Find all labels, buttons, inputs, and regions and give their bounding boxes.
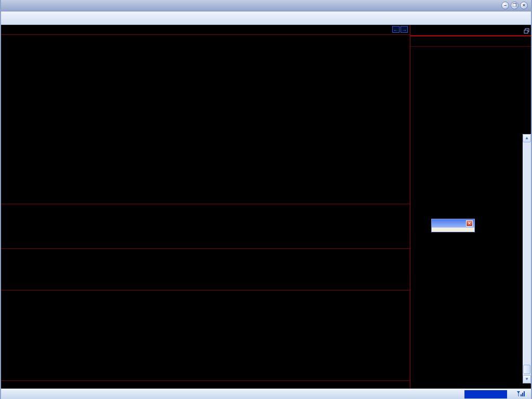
quote-panel: ▲ ▼ [410, 25, 531, 389]
signal-strength-icon [515, 390, 525, 398]
next-chart-arrow-icon[interactable]: → [401, 26, 408, 33]
rsi-chart[interactable] [1, 290, 410, 380]
tick-scrollbar[interactable]: ▲ ▼ [523, 134, 531, 383]
alert-badge[interactable] [464, 390, 507, 398]
main-chart-panel[interactable] [1, 34, 410, 204]
tick-list [410, 47, 531, 389]
macd-panel[interactable] [1, 204, 410, 248]
tick-list-header [410, 36, 531, 47]
prev-chart-arrow-icon[interactable]: ← [392, 26, 400, 33]
restore-button[interactable]: ❐ [511, 2, 518, 9]
app-icon[interactable] [3, 2, 11, 10]
scroll-down-icon[interactable]: ▼ [523, 375, 531, 383]
palette-tool-grid [432, 228, 474, 232]
panel-restore-icon[interactable] [524, 26, 529, 36]
scroll-up-icon[interactable]: ▲ [523, 134, 531, 142]
close-button[interactable]: × [520, 2, 528, 9]
window-titlebar: – ❐ × [1, 0, 531, 11]
macd-chart[interactable] [1, 204, 410, 248]
rsi-panel[interactable] [1, 290, 410, 380]
main-toolbar [1, 11, 531, 25]
candlestick-chart[interactable] [1, 35, 410, 204]
quote-panel-header [410, 25, 531, 35]
palette-close-icon[interactable]: ✕ [466, 220, 473, 227]
scrollbar-thumb[interactable] [523, 365, 530, 374]
status-bar [1, 389, 531, 399]
b-indicator-chart[interactable] [1, 249, 410, 290]
time-axis [1, 380, 410, 389]
draw-line-palette[interactable]: ✕ [431, 219, 475, 232]
window-controls: – ❐ × [501, 2, 528, 9]
palette-title-bar[interactable]: ✕ [432, 219, 474, 228]
minimize-button[interactable]: – [501, 2, 509, 9]
workspace: ← → [1, 25, 531, 389]
chart-title-bar: ← → [1, 25, 410, 34]
application-window: – ❐ × ← → [0, 0, 532, 399]
b-indicator-panel[interactable] [1, 248, 410, 290]
chart-column: ← → [1, 25, 410, 389]
